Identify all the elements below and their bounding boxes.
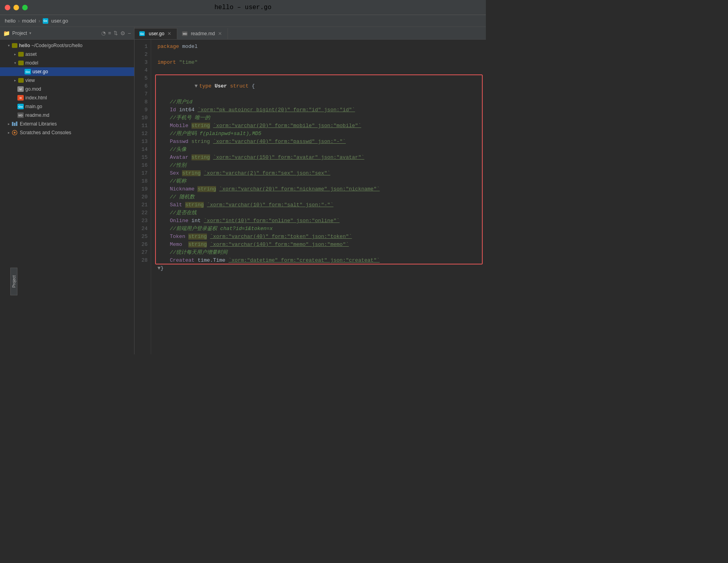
file-icon-go-mod: M [17, 86, 24, 92]
line-numbers: 1 2 3 4 5 6 7 8 9 10 11 12 13 14 15 16 1 [135, 40, 151, 354]
code-line-27: ▼} [157, 264, 486, 272]
code-line-20: //是否在线 [157, 209, 486, 217]
project-header-label: Project [12, 30, 27, 36]
code-line-9: Mobile string `xorm:"varchar(20)" form:"… [157, 122, 486, 130]
close-panel-icon[interactable]: − [128, 30, 131, 36]
folder-icon-model [18, 61, 24, 65]
code-line-13: Avatar string `xorm:"varchar(150)" form:… [157, 154, 486, 162]
breadcrumb-sep-1: › [18, 18, 19, 24]
tab-user-go[interactable]: Go user.go ✕ [135, 28, 177, 39]
code-line-28 [157, 272, 486, 280]
tab-icon-readme: MD [182, 31, 188, 36]
tab-label-readme: readme.md [191, 31, 215, 36]
tree-item-asset[interactable]: asset [0, 50, 134, 59]
dropdown-arrow-icon[interactable]: ▾ [29, 31, 31, 35]
svg-rect-1 [14, 123, 15, 126]
svg-rect-2 [16, 122, 17, 126]
tab-close-user-go[interactable]: ✕ [167, 30, 172, 37]
folder-icon-asset [18, 52, 24, 57]
editor-area: Go user.go ✕ MD readme.md ✕ 1 2 3 4 5 6 [135, 27, 486, 354]
breadcrumb-file-icon: Go [43, 18, 48, 24]
code-line-7: Id int64 `xorm:"pk autoincr bigint(20)" … [157, 106, 486, 114]
code-line-21: Online int `xorm:"int(10)" form:"online"… [157, 217, 486, 225]
tree-item-user-go[interactable]: Go user.go [0, 67, 134, 76]
tree-item-readme[interactable]: MD readme.md [0, 111, 134, 120]
project-header: 📁 Project ▾ ◔ ≡ ⇅ ⚙ − [0, 27, 134, 40]
tree-item-go-mod[interactable]: M go.mod [0, 85, 134, 93]
code-line-18: // 随机数 [157, 193, 486, 201]
code-line-24: Memo string `xorm:"varchar(140)" form:"m… [157, 241, 486, 249]
arrow-scratches [6, 130, 11, 135]
arrow-hello [6, 43, 11, 48]
arrow-asset [13, 52, 17, 57]
code-line-5: ▼type User struct { [157, 74, 486, 98]
breadcrumb-sep-2: › [38, 18, 40, 24]
folder-icon-hello [12, 43, 17, 48]
code-line-15: Sex string `xorm:"varchar(2)" form:"sex"… [157, 169, 486, 177]
breadcrumb: hello › model › Go user.go [0, 15, 486, 27]
tab-icon-user-go: Go [139, 31, 145, 36]
code-line-11: Passwd string `xorm:"varchar(40)" form:"… [157, 138, 486, 146]
folder-header-icon: 📁 [3, 30, 10, 36]
tree-item-scratches[interactable]: Scratches and Consoles [0, 128, 134, 137]
code-line-6: //用户id [157, 98, 486, 106]
tree-item-model[interactable]: model [0, 59, 134, 67]
file-icon-user-go: Go [25, 69, 31, 74]
tree-label-scratches: Scratches and Consoles [20, 130, 71, 135]
sort-icon[interactable]: ⇅ [114, 30, 118, 36]
project-vertical-tab[interactable]: Project [10, 268, 17, 295]
tree-item-external[interactable]: External Libraries [0, 120, 134, 128]
tree-label-asset: asset [25, 51, 37, 57]
code-line-17: Nickname string `xorm:"varchar(20)" form… [157, 185, 486, 193]
close-button[interactable] [5, 5, 10, 10]
window-controls[interactable] [5, 5, 28, 10]
collapse-icon[interactable]: ≡ [108, 30, 111, 36]
scratches-icon [12, 130, 18, 135]
code-line-4 [157, 67, 486, 74]
tree-label-view: view [25, 78, 35, 83]
code-lines: package model import "time" ▼type User s… [151, 40, 486, 354]
main-layout: Project 📁 Project ▾ ◔ ≡ ⇅ ⚙ − hello ~/Co… [0, 27, 486, 354]
file-icon-readme: MD [17, 112, 24, 118]
code-container[interactable]: 1 2 3 4 5 6 7 8 9 10 11 12 13 14 15 16 1 [135, 40, 486, 354]
file-tree: hello ~/Code/goRoot/src/hello asset mode… [0, 40, 134, 354]
tab-bar: Go user.go ✕ MD readme.md ✕ [135, 27, 486, 40]
header-controls: ◔ ≡ ⇅ ⚙ − [101, 30, 131, 36]
arrow-user-go [19, 69, 24, 74]
arrow-model [13, 61, 17, 65]
window-title: hello – user.go [214, 4, 271, 11]
code-line-3: import "time" [157, 59, 486, 67]
tree-item-main-go[interactable]: Go main.go [0, 102, 134, 111]
tree-item-view[interactable]: view [0, 76, 134, 85]
settings-icon[interactable]: ⚙ [120, 30, 125, 36]
code-content: 1 2 3 4 5 6 7 8 9 10 11 12 13 14 15 16 1 [135, 40, 486, 354]
code-line-8: //手机号 唯一的 [157, 114, 486, 122]
file-icon-index: H [17, 95, 24, 101]
tab-label-user-go: user.go [149, 31, 164, 36]
tab-readme-md[interactable]: MD readme.md ✕ [177, 28, 228, 39]
minimize-button[interactable] [13, 5, 19, 10]
titlebar: hello – user.go [0, 0, 486, 15]
code-line-25: //统计每天用户增量时间 [157, 249, 486, 257]
tree-label-hello: hello ~/Code/goRoot/src/hello [19, 43, 82, 48]
libs-icon [12, 122, 18, 126]
code-line-2 [157, 51, 486, 59]
code-line-19: Salt string `xorm:"varchar(10)" form:"sa… [157, 201, 486, 209]
svg-rect-0 [12, 122, 13, 126]
scope-icon[interactable]: ◔ [101, 30, 106, 36]
sidebar: 📁 Project ▾ ◔ ≡ ⇅ ⚙ − hello ~/Code/goRoo… [0, 27, 135, 354]
maximize-button[interactable] [22, 5, 28, 10]
code-line-23: Token string `xorm:"varchar(40)" form:"t… [157, 233, 486, 241]
tree-label-external: External Libraries [20, 121, 57, 127]
code-line-1: package model [157, 43, 486, 51]
tree-item-hello[interactable]: hello ~/Code/goRoot/src/hello [0, 41, 134, 50]
breadcrumb-model[interactable]: model [22, 18, 36, 24]
arrow-external [6, 122, 11, 126]
code-line-16: //昵称 [157, 177, 486, 185]
tree-label-go-mod: go.mod [25, 86, 41, 92]
tree-item-index-html[interactable]: H index.html [0, 93, 134, 102]
breadcrumb-hello[interactable]: hello [5, 18, 15, 24]
breadcrumb-file[interactable]: user.go [51, 18, 68, 24]
tab-close-readme[interactable]: ✕ [217, 30, 223, 37]
tree-label-model: model [25, 60, 38, 66]
